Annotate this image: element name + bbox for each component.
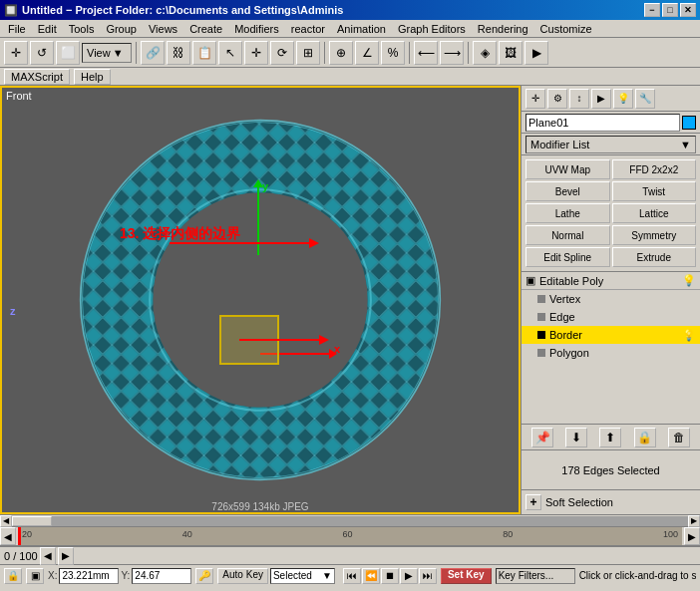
play-prev-btn[interactable]: ⏮	[343, 568, 361, 584]
menu-customize[interactable]: Customize	[534, 22, 598, 36]
selected-dropdown[interactable]: Selected ▼	[270, 568, 335, 584]
object-color-swatch[interactable]	[682, 116, 696, 130]
selected-arrow: ▼	[322, 570, 332, 581]
rp-icon-display[interactable]: 💡	[613, 89, 633, 109]
stack-item-polygon[interactable]: Polygon	[522, 344, 700, 362]
play-fwd-btn[interactable]: ▶	[400, 568, 418, 584]
stack-item-border[interactable]: Border 💡	[522, 326, 700, 344]
viewport[interactable]: Front	[0, 86, 521, 514]
stack-pin-btn[interactable]: 📌	[531, 428, 553, 447]
scale-btn[interactable]: ⊞	[296, 41, 320, 65]
mod-btn-extrude[interactable]: Extrude	[612, 247, 697, 267]
undo-btn[interactable]: ⟵	[414, 41, 438, 65]
stack-moveup-btn[interactable]: ⬆	[599, 428, 621, 447]
mod-btn-twist[interactable]: Twist	[612, 181, 697, 201]
timeline-next-btn[interactable]: ▶	[684, 527, 700, 545]
setkey-btn[interactable]: Set Key	[441, 568, 492, 584]
mod-btn-normal[interactable]: Normal	[525, 225, 610, 245]
window-title: Untitled − Project Folder: c:\Documents …	[22, 4, 343, 16]
move-btn[interactable]: ✛	[244, 41, 268, 65]
scroll-track[interactable]	[12, 516, 688, 526]
close-button[interactable]: ✕	[680, 3, 696, 17]
scroll-thumb[interactable]	[12, 516, 52, 526]
stack-header-label: Editable Poly	[539, 275, 603, 287]
rotate-btn[interactable]: ↺	[30, 41, 54, 65]
frame-prev-btn[interactable]: ◀	[40, 547, 56, 565]
menu-reactor[interactable]: reactor	[285, 22, 331, 36]
scroll-right-btn[interactable]: ▶	[688, 515, 700, 527]
mod-btn-symmetry[interactable]: Symmetry	[612, 225, 697, 245]
minimize-button[interactable]: −	[644, 3, 660, 17]
border-bulb[interactable]: 💡	[682, 329, 696, 342]
status-icon-2[interactable]: ▣	[26, 568, 44, 584]
menu-group[interactable]: Group	[100, 22, 143, 36]
stack-movedown-btn[interactable]: ⬇	[565, 428, 587, 447]
renderview-btn[interactable]: ▶	[525, 41, 548, 65]
rp-icon-create[interactable]: ✛	[525, 89, 545, 109]
y-axis	[257, 185, 259, 255]
mod-btn-editspline[interactable]: Edit Spline	[525, 247, 610, 267]
menu-views[interactable]: Views	[143, 22, 183, 36]
help-btn[interactable]: Help	[74, 69, 111, 85]
y-coord-input[interactable]	[132, 568, 191, 584]
bind-btn[interactable]: ⛓	[167, 41, 190, 65]
play-stop-btn[interactable]: ⏹	[381, 568, 399, 584]
x-coord-label: X:	[48, 570, 57, 581]
menu-rendering[interactable]: Rendering	[472, 22, 534, 36]
stack-delete-btn[interactable]: 🗑	[668, 428, 690, 447]
hierarchy-btn[interactable]: 📋	[192, 41, 216, 65]
timeline-track[interactable]: 20 40 60 80 100	[18, 527, 682, 545]
play-next-btn[interactable]: ⏭	[419, 568, 437, 584]
keyfilter-dropdown[interactable]: Key Filters...	[496, 568, 575, 584]
percent-snap-btn[interactable]: %	[381, 41, 405, 65]
lock-icon-btn[interactable]: 🔒	[4, 568, 22, 584]
rp-icon-utilities[interactable]: 🔧	[635, 89, 655, 109]
menu-file[interactable]: File	[2, 22, 32, 36]
stack-lock-btn[interactable]: 🔒	[634, 428, 656, 447]
stack-item-edge[interactable]: Edge	[522, 308, 700, 326]
menu-graph-editors[interactable]: Graph Editors	[392, 22, 472, 36]
view-dropdown[interactable]: View ▼	[82, 43, 132, 63]
stack-bulb-icon[interactable]: 💡	[682, 274, 696, 287]
mod-btn-lattice[interactable]: Lattice	[612, 203, 697, 223]
mod-btn-ffd[interactable]: FFD 2x2x2	[612, 159, 697, 179]
menu-edit[interactable]: Edit	[32, 22, 63, 36]
x-coord-input[interactable]	[59, 568, 119, 584]
toolbar-sep4	[468, 42, 469, 64]
select-tool-btn[interactable]: ✛	[4, 41, 28, 65]
tick-40: 40	[182, 529, 192, 539]
stack-item-vertex[interactable]: Vertex	[522, 290, 700, 308]
maxscript-btn[interactable]: MAXScript	[4, 69, 70, 85]
menu-animation[interactable]: Animation	[331, 22, 392, 36]
key-icon-btn[interactable]: 🔑	[195, 568, 213, 584]
scroll-left-btn[interactable]: ◀	[0, 515, 12, 527]
modifier-list-dropdown[interactable]: Modifier List ▼	[525, 136, 696, 153]
timeline-prev-btn[interactable]: ◀	[0, 527, 16, 545]
soft-selection-expand-btn[interactable]: +	[525, 494, 541, 510]
menu-create[interactable]: Create	[183, 22, 228, 36]
material-btn[interactable]: ◈	[473, 41, 497, 65]
mod-btn-lathe[interactable]: Lathe	[525, 203, 610, 223]
mod-btn-bevel[interactable]: Bevel	[525, 181, 610, 201]
mod-btn-uvwmap[interactable]: UVW Map	[525, 159, 610, 179]
horizontal-scrollbar[interactable]: ◀ ▶	[0, 514, 700, 526]
maximize-button[interactable]: □	[662, 3, 678, 17]
stack-expand-icon[interactable]: ▣	[525, 274, 535, 287]
angle-snap-btn[interactable]: ∠	[355, 41, 379, 65]
rp-icon-modify[interactable]: ⚙	[547, 89, 567, 109]
autokey-btn[interactable]: Auto Key	[217, 568, 268, 584]
play-back-btn[interactable]: ⏪	[362, 568, 380, 584]
redo-btn[interactable]: ⟶	[440, 41, 464, 65]
menu-tools[interactable]: Tools	[63, 22, 101, 36]
rp-icon-motion[interactable]: ▶	[591, 89, 611, 109]
cursor-btn[interactable]: ↖	[218, 41, 242, 65]
rotate2-btn[interactable]: ⟳	[270, 41, 294, 65]
snap-btn[interactable]: ⊕	[329, 41, 353, 65]
menu-modifiers[interactable]: Modifiers	[228, 22, 285, 36]
link-btn[interactable]: 🔗	[141, 41, 165, 65]
rect-select-btn[interactable]: ⬜	[56, 41, 80, 65]
frame-next-btn[interactable]: ▶	[58, 547, 74, 565]
rp-icon-hierarchy[interactable]: ↕	[569, 89, 589, 109]
object-name-input[interactable]	[525, 114, 680, 132]
render-btn[interactable]: 🖼	[499, 41, 523, 65]
